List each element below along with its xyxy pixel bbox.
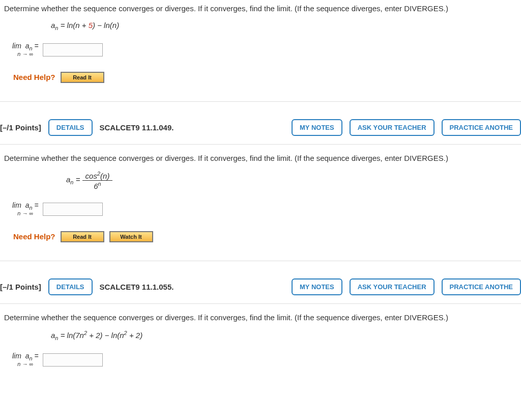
question-header-3: [–/1 Points] DETAILS SCALCET9 11.1.055. … <box>0 274 521 301</box>
prompt-text: Determine whether the sequence converges… <box>2 2 519 18</box>
answer-row: lim an = n → ∞ <box>2 348 519 376</box>
points-label: [–/1 Points] <box>0 123 41 132</box>
answer-row: lim an = n → ∞ <box>2 198 519 225</box>
answer-input[interactable] <box>43 203 103 216</box>
reference-label: SCALCET9 11.1.049. <box>100 123 174 132</box>
limit-label: lim an = n → ∞ <box>12 42 39 58</box>
question-1: Determine whether the sequence converges… <box>0 0 521 92</box>
need-help-row: Need Help? Read It Watch It <box>2 225 519 245</box>
read-it-button[interactable]: Read It <box>61 72 104 83</box>
details-button[interactable]: DETAILS <box>48 278 93 295</box>
read-it-button[interactable]: Read It <box>61 231 104 242</box>
reference-label: SCALCET9 11.1.055. <box>100 283 174 291</box>
fraction: cos2(n) 6n <box>82 171 113 190</box>
points-label: [–/1 Points] <box>0 283 41 291</box>
limit-label: lim an = n → ∞ <box>12 202 39 217</box>
answer-input[interactable] <box>43 353 103 367</box>
my-notes-button[interactable]: MY NOTES <box>292 278 342 295</box>
my-notes-button[interactable]: MY NOTES <box>292 119 342 136</box>
answer-input[interactable] <box>43 43 103 57</box>
practice-another-button[interactable]: PRACTICE ANOTHE <box>442 278 521 295</box>
need-help-label: Need Help? <box>13 232 55 241</box>
divider <box>0 261 521 261</box>
answer-row: lim an = n → ∞ <box>2 38 519 66</box>
prompt-text: Determine whether the sequence converges… <box>2 152 519 167</box>
question-2: Determine whether the sequence converges… <box>0 150 521 251</box>
need-help-row: Need Help? Read It <box>2 66 519 86</box>
divider <box>0 101 521 102</box>
question-3: Determine whether the sequence converges… <box>0 309 521 382</box>
header-divider <box>0 303 521 304</box>
practice-another-button[interactable]: PRACTICE ANOTHE <box>442 119 521 136</box>
prompt-text: Determine whether the sequence converges… <box>2 311 519 327</box>
watch-it-button[interactable]: Watch It <box>109 231 153 242</box>
header-divider <box>0 144 521 145</box>
formula: an = cos2(n) 6n <box>2 167 519 198</box>
details-button[interactable]: DETAILS <box>48 119 93 136</box>
limit-label: lim an = n → ∞ <box>12 352 39 368</box>
ask-teacher-button[interactable]: ASK YOUR TEACHER <box>350 278 435 295</box>
formula: an = ln(7n2 + 2) − ln(n2 + 2) <box>2 327 519 348</box>
question-header-2: [–/1 Points] DETAILS SCALCET9 11.1.049. … <box>0 115 521 142</box>
ask-teacher-button[interactable]: ASK YOUR TEACHER <box>350 119 435 136</box>
formula: an = ln(n + 5) − ln(n) <box>2 18 519 38</box>
need-help-label: Need Help? <box>13 73 55 81</box>
